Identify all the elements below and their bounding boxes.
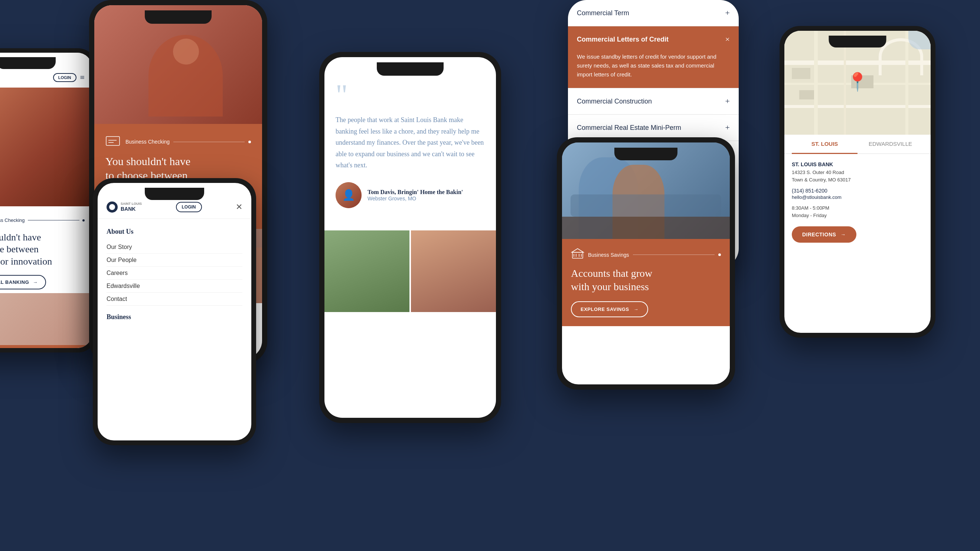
nav-edwardsville[interactable]: Edwardsville [107, 280, 242, 293]
personal-banking-button[interactable]: PERSONAL BANKING → [0, 275, 46, 289]
directions-button[interactable]: DIRECTIONS → [792, 226, 856, 243]
phone4-login-button[interactable]: LOGIN [176, 202, 202, 212]
photo-right [411, 230, 496, 312]
nav-section-about: About Us [107, 228, 242, 236]
close-icon[interactable]: ✕ [236, 202, 242, 212]
testimonial-author: 👤 Tom Davis, Bringin' Home the Bakin' We… [336, 182, 485, 208]
bank-hours: 8:30AM - 5:00PM Monday - Friday [792, 205, 923, 219]
accordion-letters-credit: Commercial Letters of Credit × We issue … [568, 26, 739, 88]
nav-our-story[interactable]: Our Story [107, 241, 242, 254]
author-avatar: 👤 [336, 182, 361, 208]
phone2-tag-line [173, 142, 245, 142]
author-location: Webster Groves, MO [368, 195, 463, 202]
bank-small-icon [107, 202, 118, 213]
accordion-header-term[interactable]: Commercial Term + [568, 0, 739, 26]
phone2-tag-dot [248, 141, 251, 143]
testimonial-text: The people that work at Saint Louis Bank… [336, 114, 485, 171]
nav-section-business: Business [107, 313, 242, 321]
accordion-plus-real-estate: + [725, 123, 730, 132]
tab-st-louis[interactable]: ST. LOUIS [792, 135, 858, 154]
phone-6: Business Savings Accounts that grow with… [557, 137, 735, 390]
accordion-close-letters: × [725, 35, 730, 44]
phone1-hero-image [0, 87, 92, 206]
phone4-navigation: About Us Our Story Our People Careers Ed… [98, 219, 251, 335]
tab-edwardsville[interactable]: EDWARDSVILLE [858, 135, 923, 153]
svg-point-6 [109, 204, 115, 210]
accordion-title-real-estate: Commercial Real Estate Mini-Perm [577, 124, 681, 132]
phone-4: SAINT LOUIS BANK LOGIN ✕ About Us Our St… [93, 178, 256, 445]
bank-address: 14323 S. Outer 40 Road Town & Country, M… [792, 169, 923, 183]
nav-our-people[interactable]: Our People [107, 254, 242, 267]
phone6-heading: Accounts that grow with your business [571, 267, 721, 294]
accordion-header-real-estate[interactable]: Commercial Real Estate Mini-Perm + [568, 115, 739, 141]
nav-careers[interactable]: Careers [107, 267, 242, 280]
phone7-content: ST. LOUIS BANK 14323 S. Outer 40 Road To… [784, 154, 931, 250]
phone6-content: Business Savings Accounts that grow with… [562, 239, 730, 326]
quote-mark: " [336, 83, 485, 107]
accordion-body-letters: We issue standby letters of credit for v… [568, 52, 739, 88]
accordion-commercial-term: Commercial Term + [568, 0, 739, 26]
phone4-logo: SAINT LOUIS BANK [107, 202, 142, 213]
arrow-icon-directions: → [840, 232, 846, 237]
tag-dot [83, 219, 84, 222]
phone6-tag: Business Savings [571, 248, 721, 262]
bank-phone: (314) 851-6200 [792, 188, 923, 194]
accordion-header-letters[interactable]: Commercial Letters of Credit × [568, 26, 739, 52]
phone7-tabs: ST. LOUIS EDWARDSVILLE [784, 135, 931, 154]
accordion-title-letters: Commercial Letters of Credit [577, 36, 668, 43]
svg-rect-3 [106, 137, 119, 145]
phone1-heading: You shouldn't haveto choose betweenwisdo… [0, 232, 84, 268]
explore-savings-button[interactable]: EXPLORE SAVINGS → [571, 301, 648, 317]
accordion-plus-construction: + [725, 97, 730, 106]
accordion-title-construction: Commercial Construction [577, 98, 652, 105]
testimonial-content: " The people that work at Saint Louis Ba… [325, 57, 496, 230]
nav-contact[interactable]: Contact [107, 293, 242, 306]
bank-email: hello@stlouisbank.com [792, 194, 923, 200]
accordion-header-construction[interactable]: Commercial Construction + [568, 88, 739, 114]
hamburger-icon[interactable]: ≡ [80, 73, 84, 83]
login-button[interactable]: LOGIN [53, 73, 76, 82]
tag-text: Business Checking [0, 218, 25, 223]
arrow-icon: → [33, 279, 38, 285]
phone1-bottom-image [0, 293, 92, 345]
svg-marker-8 [572, 249, 584, 252]
tag-line [28, 220, 80, 221]
phone6-tag-dot [718, 253, 721, 256]
accordion-construction: Commercial Construction + [568, 88, 739, 115]
author-name: Tom Davis, Bringin' Home the Bakin' [368, 189, 463, 195]
phone1-tag: Business Checking [0, 214, 84, 227]
phone-3: " The people that work at Saint Louis Ba… [319, 52, 501, 423]
phone2-tag-text: Business Checking [126, 139, 170, 145]
bank-building-icon [571, 248, 584, 262]
bank-name: ST. LOUIS BANK [792, 161, 923, 167]
accordion-plus-term: + [725, 8, 730, 18]
photo-left [325, 230, 409, 312]
phone-7: 📍 ST. LOUIS EDWARDSVILLE ST. LOUIS BANK … [780, 26, 935, 338]
arrow-icon-savings: → [634, 306, 639, 312]
phone2-tag: Business Checking [105, 135, 251, 148]
testimonial-photos [325, 230, 496, 312]
phone-1: SAINT LOUIS BANK LOGIN ≡ Business [0, 48, 97, 353]
checking-icon-2 [105, 135, 122, 148]
map-pin: 📍 [846, 71, 869, 92]
accordion-title-term: Commercial Term [577, 9, 629, 17]
phone4-logo-text: SAINT LOUIS BANK [121, 202, 142, 212]
phone6-tag-line [633, 254, 714, 255]
accordion-body-text-letters: We issue standby letters of credit for v… [577, 52, 730, 79]
phone6-tag-text: Business Savings [588, 252, 629, 258]
